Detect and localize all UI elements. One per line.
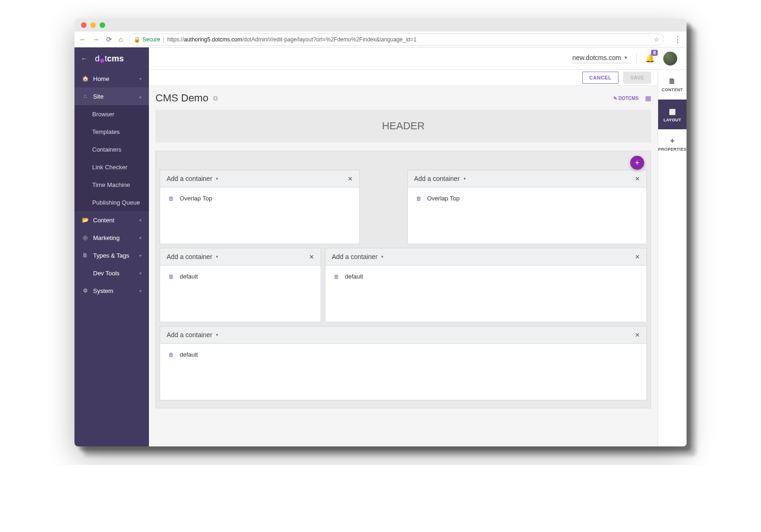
remove-container-icon[interactable]: ✕ xyxy=(635,175,640,182)
add-container-label: Add a container xyxy=(167,253,212,260)
pencil-icon: ✎ xyxy=(613,96,617,101)
sidebar-item-types-tags[interactable]: 🗎 Types & Tags ▾ xyxy=(74,246,149,264)
trash-icon[interactable]: 🗑 xyxy=(168,195,174,202)
top-header: new.dotcms.com ▼ 🔔8 xyxy=(149,47,687,70)
container-item-label: Overlap Top xyxy=(427,195,460,202)
rail-label: LAYOUT xyxy=(664,118,681,122)
add-container-dropdown[interactable]: Add a container ▾ xyxy=(332,253,384,260)
chevron-down-icon: ▾ xyxy=(139,253,141,258)
add-container-label: Add a container xyxy=(167,175,212,182)
rail-label: CONTENT xyxy=(662,87,683,92)
sidebar-subitem-containers[interactable]: Containers xyxy=(74,140,149,158)
rail-tab-properties[interactable]: + PROPERTIES xyxy=(658,129,687,159)
trash-icon[interactable]: 🗑 xyxy=(416,195,422,202)
rail-icon: + xyxy=(670,137,675,145)
sidebar-item-system[interactable]: ⚙ System ▾ xyxy=(74,282,149,299)
sidebar-subitem-templates[interactable]: Templates xyxy=(74,123,149,140)
sidebar-icon: 🏠 xyxy=(82,75,88,82)
sidebar-icon: 🗎 xyxy=(82,252,88,259)
sidebar-subitem-publishing-queue[interactable]: Publishing Queue xyxy=(74,193,149,211)
forward-icon[interactable]: → xyxy=(93,35,100,44)
edit-template-link[interactable]: ✎ DOTCMS xyxy=(613,96,639,101)
chevron-up-icon: ▴ xyxy=(139,94,141,99)
logo-dot-icon xyxy=(100,59,104,63)
home-icon[interactable]: ⌂ xyxy=(119,35,123,44)
sidebar-subitem-browser[interactable]: Browser xyxy=(74,105,149,123)
sidebar-subitem-time-machine[interactable]: Time Machine xyxy=(74,176,149,193)
browser-toolbar: ← → ⟳ ⌂ 🔒 Secure | https://authoring5.do… xyxy=(74,32,687,47)
layout-grid-icon[interactable]: ▦ xyxy=(645,94,651,102)
close-window-icon[interactable] xyxy=(81,22,87,28)
sidebar-item-label: Site xyxy=(93,93,135,100)
chevron-down-icon: ▾ xyxy=(139,288,141,293)
sidebar-item-marketing[interactable]: ◎ Marketing ▾ xyxy=(74,229,149,246)
layout-canvas: CANCEL SAVE CMS Demo ⧉ ✎ xyxy=(149,70,658,446)
browser-window: ← → ⟳ ⌂ 🔒 Secure | https://authoring5.do… xyxy=(74,19,687,446)
container-item-label: default xyxy=(180,351,198,358)
container-item-label: Overlap Top xyxy=(180,195,212,202)
sidebar-subitem-link-checker[interactable]: Link Checker xyxy=(74,158,149,176)
container-item: 🗑 default xyxy=(168,271,312,282)
chevron-down-icon: ▾ xyxy=(216,332,218,337)
add-container-label: Add a container xyxy=(167,331,212,339)
logo: dtcms xyxy=(95,54,124,64)
add-row-button[interactable]: + xyxy=(630,156,644,170)
add-container-dropdown[interactable]: Add a container ▾ xyxy=(167,175,218,182)
trash-icon[interactable]: 🗑 xyxy=(168,352,174,358)
cancel-button[interactable]: CANCEL xyxy=(582,72,619,84)
sidebar-item-dev-tools[interactable]: Dev Tools ▾ xyxy=(74,264,149,282)
browser-menu-icon[interactable]: ⋮ xyxy=(673,34,682,45)
container-box: Add a container ▾ ✕ 🗑 Overlap Top xyxy=(160,170,360,244)
sidebar-back-icon[interactable]: ← xyxy=(81,55,88,62)
window-titlebar xyxy=(74,19,687,32)
chevron-down-icon: ▾ xyxy=(216,254,218,259)
sidebar-item-site[interactable]: ⛬ Site ▴ xyxy=(74,87,149,105)
add-container-dropdown[interactable]: Add a container ▾ xyxy=(414,175,466,182)
notifications-icon[interactable]: 🔔8 xyxy=(645,53,655,63)
site-selector[interactable]: new.dotcms.com ▼ xyxy=(572,54,628,63)
chevron-down-icon: ▾ xyxy=(464,176,466,181)
lock-icon: 🔒 xyxy=(134,36,141,43)
address-bar[interactable]: 🔒 Secure | https://authoring5.dotcms.com… xyxy=(128,33,664,46)
trash-icon[interactable]: 🗑 xyxy=(334,273,339,280)
trash-icon[interactable]: 🗑 xyxy=(168,273,174,280)
chevron-down-icon: ▾ xyxy=(139,271,141,276)
container-box: Add a container ▾ ✕ 🗑 default xyxy=(325,248,647,322)
sidebar-item-label: Marketing xyxy=(93,234,135,241)
back-icon[interactable]: ← xyxy=(79,35,86,44)
sidebar-item-home[interactable]: 🏠 Home ▾ xyxy=(74,70,149,87)
minimize-window-icon[interactable] xyxy=(90,22,96,28)
sidebar-item-label: Content xyxy=(93,217,135,224)
sidebar-item-content[interactable]: 📂 Content ▾ xyxy=(74,211,149,229)
chevron-down-icon: ▾ xyxy=(139,218,141,223)
secure-label: Secure xyxy=(142,36,160,43)
bookmark-star-icon[interactable]: ☆ xyxy=(654,36,659,43)
remove-container-icon[interactable]: ✕ xyxy=(309,253,314,260)
rail-icon: ▦ xyxy=(669,107,676,116)
container-item: 🗑 default xyxy=(334,271,638,282)
container-box: Add a container ▾ ✕ 🗑 Overlap Top xyxy=(407,170,647,244)
avatar[interactable] xyxy=(663,52,677,66)
add-container-dropdown[interactable]: Add a container ▾ xyxy=(167,253,218,260)
add-container-dropdown[interactable]: Add a container ▾ xyxy=(167,331,218,339)
maximize-window-icon[interactable] xyxy=(100,22,105,28)
remove-container-icon[interactable]: ✕ xyxy=(635,332,640,339)
sidebar-icon: ◎ xyxy=(82,234,88,241)
remove-container-icon[interactable]: ✕ xyxy=(635,253,640,260)
rail-tab-content[interactable]: 🗎 CONTENT xyxy=(658,70,687,100)
sidebar: ← dtcms 🏠 Home ▾⛬ Site ▴BrowserTemplates… xyxy=(74,47,149,446)
container-item: 🗑 default xyxy=(168,349,638,360)
sidebar-icon: ⛬ xyxy=(82,93,88,100)
remove-container-icon[interactable]: ✕ xyxy=(348,175,353,182)
rail-tab-layout[interactable]: ▦ LAYOUT xyxy=(658,100,687,129)
rail-label: PROPERTIES xyxy=(658,147,687,152)
right-rail: 🗎 CONTENT▦ LAYOUT+ PROPERTIES xyxy=(658,70,687,446)
rail-icon: 🗎 xyxy=(668,77,676,86)
url-text: https://authoring5.dotcms.com/dotAdmin/#… xyxy=(167,36,417,43)
chevron-down-icon: ▾ xyxy=(381,254,384,259)
add-container-label: Add a container xyxy=(332,253,377,260)
chevron-down-icon: ▾ xyxy=(216,176,218,181)
copy-icon[interactable]: ⧉ xyxy=(213,94,218,102)
sidebar-item-label: System xyxy=(93,287,135,294)
reload-icon[interactable]: ⟳ xyxy=(106,35,112,44)
